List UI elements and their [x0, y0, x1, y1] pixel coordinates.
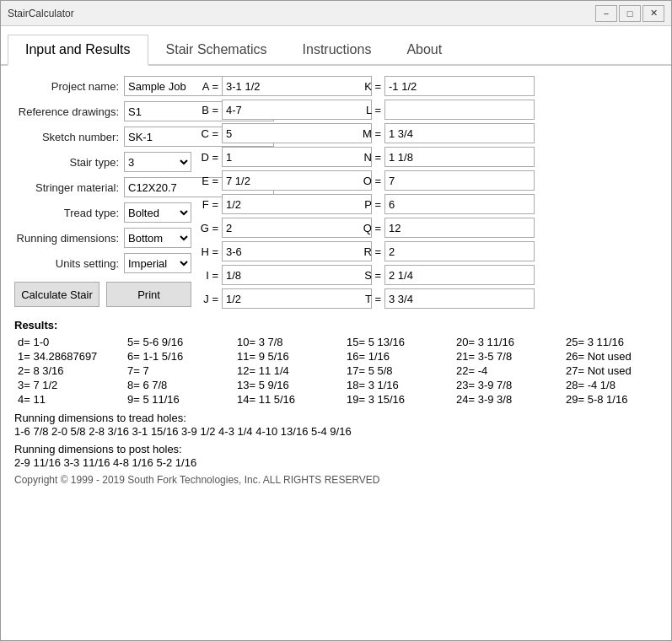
- param-row-right-4: O =: [361, 170, 517, 191]
- param-input-right-6[interactable]: [384, 218, 535, 238]
- stair-type-row: Stair type: 3: [14, 152, 191, 172]
- result-cell-17: 17= 5 5/8: [343, 364, 453, 378]
- param-row-mid-2: C =: [198, 123, 354, 143]
- param-label-mid-8: I =: [198, 269, 222, 282]
- calculate-button[interactable]: Calculate Stair: [14, 282, 99, 307]
- param-input-mid-8[interactable]: [222, 265, 372, 285]
- param-label-right-4: O =: [361, 175, 384, 187]
- param-input-mid-0[interactable]: [222, 76, 372, 96]
- param-row-mid-1: B =: [198, 100, 354, 120]
- result-cell-3: 3= 7 1/2: [14, 378, 124, 392]
- results-section: Results: d= 1-05= 5-6 9/1610= 3 7/815= 5…: [14, 319, 658, 407]
- param-input-right-5[interactable]: [384, 194, 535, 214]
- result-cell-13: 13= 5 9/16: [234, 378, 343, 392]
- param-label-right-2: M =: [361, 127, 384, 140]
- param-input-mid-4[interactable]: [222, 170, 372, 191]
- param-input-mid-5[interactable]: [222, 194, 372, 214]
- param-input-right-8[interactable]: [384, 265, 535, 285]
- right-panel: K = L = M = N = O = P = Q = R = S = T =: [361, 76, 517, 312]
- result-cell-7: 7= 7: [124, 364, 234, 378]
- param-input-mid-3[interactable]: [222, 147, 372, 167]
- running-dims-row: Running dimensions: Bottom: [14, 228, 191, 248]
- sketch-number-label: Sketch number:: [14, 131, 124, 143]
- stair-type-label: Stair type:: [14, 156, 124, 169]
- param-row-mid-9: J =: [198, 288, 354, 309]
- param-input-mid-2[interactable]: [222, 123, 372, 143]
- running-dims-label: Running dimensions:: [14, 232, 124, 245]
- tab-instructions[interactable]: Instructions: [285, 35, 390, 66]
- tread-type-select[interactable]: Bolted: [124, 202, 191, 223]
- ref-drawings-label: Reference drawings:: [14, 105, 124, 118]
- maximize-button[interactable]: □: [619, 5, 641, 22]
- tab-input-results[interactable]: Input and Results: [8, 35, 148, 66]
- param-row-mid-3: D =: [198, 147, 354, 167]
- tab-bar: Input and Results Stair Schematics Instr…: [1, 26, 671, 66]
- running-dims-select[interactable]: Bottom: [124, 228, 191, 248]
- window-title: StairCalculator: [8, 8, 74, 19]
- param-label-mid-3: D =: [198, 151, 222, 164]
- param-input-mid-7[interactable]: [222, 241, 372, 261]
- units-setting-label: Units setting:: [14, 257, 124, 270]
- param-row-right-5: P =: [361, 194, 517, 214]
- minimize-button[interactable]: −: [595, 5, 617, 22]
- param-label-right-5: P =: [361, 198, 384, 211]
- project-name-label: Project name:: [14, 80, 124, 93]
- left-panel: Project name: Reference drawings: Sketch…: [14, 76, 191, 312]
- results-row-0: d= 1-05= 5-6 9/1610= 3 7/815= 5 13/1620=…: [14, 335, 658, 349]
- result-cell-6: 6= 1-1 5/16: [124, 349, 234, 364]
- param-input-mid-6[interactable]: [222, 218, 372, 238]
- print-button[interactable]: Print: [106, 282, 191, 307]
- param-row-right-7: R =: [361, 241, 517, 261]
- param-input-right-1[interactable]: [384, 100, 535, 120]
- param-input-mid-1[interactable]: [222, 100, 372, 120]
- result-cell-26: 26= Not used: [562, 349, 671, 364]
- results-row-2: 2= 8 3/167= 712= 11 1/417= 5 5/822= -427…: [14, 364, 658, 378]
- copyright: Copyright © 1999 - 2019 South Fork Techn…: [14, 474, 658, 486]
- main-window: StairCalculator − □ ✕ Input and Results …: [0, 0, 672, 641]
- param-label-right-7: R =: [361, 245, 384, 258]
- result-cell-21: 21= 3-5 7/8: [453, 349, 562, 364]
- param-input-mid-9[interactable]: [222, 288, 372, 309]
- result-cell-23: 23= 3-9 7/8: [453, 378, 562, 392]
- param-input-right-2[interactable]: [384, 123, 535, 143]
- param-label-mid-4: E =: [198, 175, 222, 187]
- param-row-right-9: T =: [361, 288, 517, 309]
- ref-drawings-row: Reference drawings:: [14, 101, 191, 121]
- param-input-right-3[interactable]: [384, 147, 535, 167]
- param-row-mid-5: F =: [198, 194, 354, 214]
- param-input-right-7[interactable]: [384, 241, 535, 261]
- param-input-right-4[interactable]: [384, 170, 535, 191]
- param-label-mid-9: J =: [198, 293, 222, 305]
- param-row-mid-7: H =: [198, 241, 354, 261]
- param-row-right-8: S =: [361, 265, 517, 285]
- units-setting-select[interactable]: Imperial: [124, 253, 191, 273]
- param-row-right-1: L =: [361, 100, 517, 120]
- param-label-mid-6: G =: [198, 222, 222, 234]
- result-cell-12: 12= 11 1/4: [234, 364, 343, 378]
- param-label-mid-7: H =: [198, 245, 222, 258]
- close-button[interactable]: ✕: [642, 5, 664, 22]
- param-row-mid-6: G =: [198, 218, 354, 238]
- tab-stair-schematics[interactable]: Stair Schematics: [148, 35, 285, 66]
- result-cell-18: 18= 3 1/16: [343, 378, 453, 392]
- param-label-mid-2: C =: [198, 127, 222, 140]
- result-cell-11: 11= 9 5/16: [234, 349, 343, 364]
- result-cell-24: 24= 3-9 3/8: [453, 392, 562, 407]
- param-row-mid-8: I =: [198, 265, 354, 285]
- window-controls: − □ ✕: [595, 5, 664, 22]
- units-setting-row: Units setting: Imperial: [14, 253, 191, 273]
- result-cell-16: 16= 1/16: [343, 349, 453, 364]
- stringer-material-row: Stringer material:: [14, 177, 191, 197]
- param-input-right-9[interactable]: [384, 288, 535, 309]
- result-cell-27: 27= Not used: [562, 364, 671, 378]
- results-grid: d= 1-05= 5-6 9/1610= 3 7/815= 5 13/1620=…: [14, 335, 658, 407]
- param-input-right-0[interactable]: [384, 76, 535, 96]
- tab-about[interactable]: About: [389, 35, 460, 66]
- result-cell-10: 10= 3 7/8: [234, 335, 343, 349]
- stair-type-select[interactable]: 3: [124, 152, 191, 172]
- param-row-mid-0: A =: [198, 76, 354, 96]
- mid-panel: A = B = C = D = E = F = G = H = I = J =: [198, 76, 354, 312]
- running-tread-label: Running dimensions to tread holes:: [14, 412, 658, 424]
- running-tread-value: 1-6 7/8 2-0 5/8 2-8 3/16 3-1 15/16 3-9 1…: [14, 425, 658, 438]
- stringer-material-label: Stringer material:: [14, 181, 124, 194]
